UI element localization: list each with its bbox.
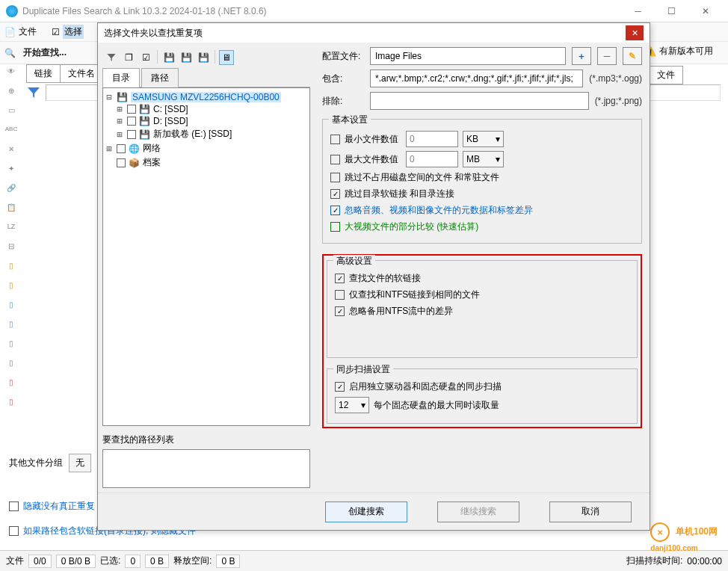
tree-e[interactable]: 新加载卷 (E:) [SSD]	[153, 128, 232, 141]
minsize-checkbox[interactable]	[330, 135, 340, 144]
syncenable-checkbox[interactable]	[335, 382, 345, 392]
abc-icon[interactable]: ABC	[4, 126, 19, 139]
statusbar: 文件 0/0 0 B/0 B 已选: 0 0 B 释放空间: 0 B 扫描持续时…	[0, 550, 728, 571]
hide-nodup-checkbox[interactable]	[9, 501, 19, 511]
other-file-group: 其他文件分组 无	[9, 454, 91, 472]
link-icon[interactable]: 🔗	[4, 184, 19, 197]
tool-icon-9[interactable]: ▯	[4, 359, 19, 372]
ignoremeta-checkbox[interactable]	[330, 206, 340, 215]
tree-root[interactable]: SAMSUNG MZVL2256HCHQ-00B00	[131, 92, 281, 102]
tool-icon-1[interactable]: ⊕	[4, 87, 19, 100]
findsoft-checkbox[interactable]	[335, 274, 345, 283]
tool-icon-10[interactable]: ▯	[4, 378, 19, 392]
exclude-label: 排除:	[322, 95, 364, 108]
edit-config-button[interactable]: ✎	[623, 47, 642, 65]
copy-icon[interactable]: ❐	[121, 50, 136, 65]
dialog-right-panel: 配置文件: Image Files ＋ ─ ✎ 包含: *.arw;*.bmp;…	[315, 43, 650, 493]
include-hint: (*.mp3;*.ogg)	[589, 73, 642, 84]
basic-legend: 基本设置	[329, 114, 371, 126]
tab-path[interactable]: 路径	[141, 68, 179, 87]
sb-f1: 0 B	[216, 555, 240, 568]
tree-archive[interactable]: 档案	[143, 156, 161, 169]
tool-icon-2[interactable]: ▭	[4, 106, 19, 120]
drive2-icon[interactable]: 💾	[179, 50, 194, 65]
sb-s2: 0 B	[145, 555, 169, 568]
tree-c[interactable]: C: [SSD]	[153, 104, 188, 114]
folder-tree[interactable]: ⊟💾SAMSUNG MZVL2256HCHQ-00B00 ⊞💾C: [SSD] …	[102, 87, 310, 426]
skipzero-checkbox[interactable]	[330, 173, 340, 182]
tool-icon-8[interactable]: ▯	[4, 339, 19, 353]
skipsym-checkbox[interactable]	[330, 189, 340, 199]
start-search-button[interactable]: 开始查找...	[20, 45, 70, 61]
select-menu-icon: ☑	[52, 27, 60, 37]
dialog-close-button[interactable]: ✕	[626, 25, 644, 40]
checkall-icon[interactable]: ☑	[138, 50, 153, 65]
softpath-checkbox[interactable]	[9, 526, 19, 536]
drive1-icon[interactable]: 💾	[161, 50, 176, 65]
funnel-icon[interactable]	[26, 85, 41, 100]
tree-archive-checkbox[interactable]	[117, 158, 126, 167]
include-input[interactable]: *.arw;*.bmp;*.cr2;*.crw;*.dng;*.gif;*.jf…	[370, 70, 583, 87]
cancel-button[interactable]: 取消	[549, 501, 632, 522]
file-menu[interactable]: 文件	[19, 25, 37, 38]
lz-icon[interactable]: LZ	[4, 223, 19, 236]
add-config-button[interactable]: ＋	[572, 47, 591, 65]
wand-icon[interactable]: ✦	[4, 164, 19, 178]
maxsize-checkbox[interactable]	[330, 155, 340, 164]
tree-network[interactable]: 网络	[143, 142, 161, 155]
create-search-button[interactable]: 创建搜索	[325, 501, 407, 522]
tab-link[interactable]: 链接	[26, 64, 61, 83]
concurrent-label: 每个固态硬盘的最大同时读取量	[374, 399, 499, 412]
maxsize-unit[interactable]: MB▾	[463, 151, 504, 167]
exclude-input[interactable]	[370, 92, 589, 110]
skipsym-label: 跳过目录软链接 和目录连接	[345, 188, 454, 200]
minimize-button[interactable]: ─	[621, 0, 655, 22]
funnel-tool-icon[interactable]	[104, 50, 119, 65]
remove-config-button[interactable]: ─	[597, 47, 617, 65]
path-list-box[interactable]	[102, 449, 310, 488]
tree-d[interactable]: D: [SSD]	[153, 116, 188, 126]
note-icon[interactable]: 📋	[4, 203, 19, 217]
drive3-icon[interactable]: 💾	[196, 50, 211, 65]
ignorentfs-label: 忽略备用NTFS流中的差异	[349, 305, 453, 318]
tool-icon-6[interactable]: ▯	[4, 300, 19, 314]
minsize-unit[interactable]: KB▾	[463, 131, 504, 147]
other-group-label: 其他文件分组	[9, 457, 63, 469]
gear-icon[interactable]: ✕	[4, 145, 19, 158]
exclude-hint: (*.jpg;*.png)	[595, 96, 642, 106]
sb-time: 00:00:00	[687, 556, 722, 567]
tool-icon-3[interactable]: ⊟	[4, 242, 19, 256]
tool-icon-5[interactable]: ▯	[4, 281, 19, 294]
config-combo[interactable]: Image Files	[370, 47, 566, 65]
concurrent-select[interactable]: 12▾	[335, 397, 369, 413]
tree-c-checkbox[interactable]	[127, 105, 136, 114]
tree-e-checkbox[interactable]	[127, 130, 136, 139]
continue-search-button[interactable]: 继续搜索	[437, 501, 519, 522]
monitor-icon[interactable]: 🖥	[219, 50, 234, 65]
tree-network-checkbox[interactable]	[117, 144, 126, 153]
select-menu[interactable]: 选择	[63, 25, 84, 39]
close-button[interactable]: ✕	[688, 0, 722, 22]
tool-icon-4[interactable]: ▯	[4, 262, 19, 275]
tool-icon-7[interactable]: ▯	[4, 320, 19, 333]
sb-free-label: 释放空间:	[173, 555, 212, 567]
maximize-button[interactable]: ☐	[655, 0, 688, 22]
maxsize-input[interactable]	[406, 151, 458, 167]
left-icon-strip: 👁 ⊕ ▭ ABC ✕ ✦ 🔗 📋 LZ ⊟ ▯ ▯ ▯ ▯ ▯ ▯ ▯ ▯	[0, 64, 22, 414]
ignorentfs-checkbox[interactable]	[335, 306, 345, 316]
minsize-input[interactable]	[406, 131, 458, 147]
sync-settings-group: 同步扫描设置 启用独立驱动器和固态硬盘的同步扫描 12▾每个固态硬盘的最大同时读…	[327, 368, 638, 424]
sync-legend: 同步扫描设置	[333, 363, 393, 376]
tab-directory[interactable]: 目录	[102, 68, 140, 87]
tree-d-checkbox[interactable]	[127, 117, 136, 126]
view-icon[interactable]: 👁	[4, 67, 19, 81]
path-list-label: 要查找的路径列表	[102, 433, 310, 446]
include-label: 包含:	[322, 72, 364, 85]
watermark: ✕ 单机100网 danji100.com	[650, 522, 718, 553]
new-version-notice[interactable]: ⚠️ 有新版本可用	[645, 45, 713, 58]
hide-nodup-label: 隐藏没有真正重复	[23, 500, 95, 513]
tool-icon-11[interactable]: ▯	[4, 398, 19, 411]
partial-checkbox[interactable]	[330, 222, 340, 232]
other-group-none-button[interactable]: 无	[69, 454, 91, 472]
onlyntfs-checkbox[interactable]	[335, 290, 345, 300]
